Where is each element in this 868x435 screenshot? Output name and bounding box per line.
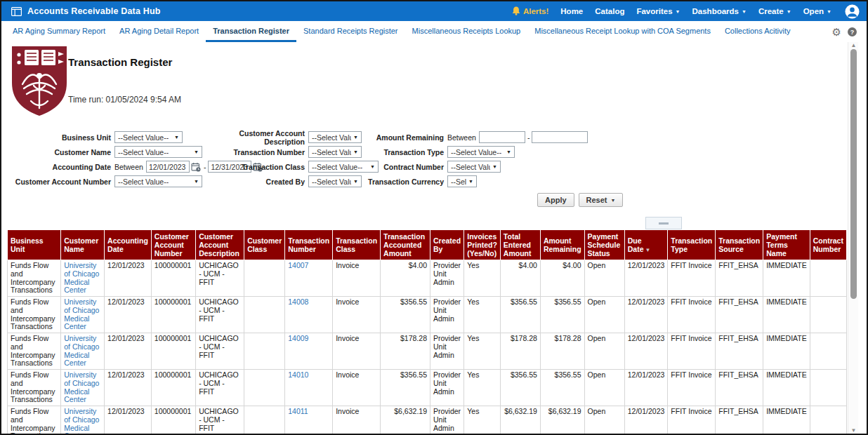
column-drag-handle[interactable]: [645, 217, 682, 229]
alerts-link[interactable]: Alerts!: [512, 6, 548, 17]
cell-transaction-type: FFIT Invoice: [668, 333, 716, 370]
tab-miscellaneous-receipts-lookup[interactable]: Miscellaneous Receipts Lookup: [405, 21, 528, 42]
transaction-number-link[interactable]: 14007: [288, 261, 308, 269]
column-header-transaction-class[interactable]: Transaction Class: [333, 230, 381, 260]
column-header-label: Transaction Source: [718, 236, 760, 253]
nav-create[interactable]: Create▼: [758, 7, 791, 15]
cell-transaction-source: FFIT_EHSA: [716, 406, 763, 435]
business-unit-label: Business Unit: [7, 133, 111, 142]
cell-invoices-printed: Yes: [464, 370, 501, 406]
tab-collections-activity[interactable]: Collections Acitivity: [718, 21, 798, 42]
chevron-down-icon: ▼: [353, 149, 358, 154]
chevron-down-icon: ▼: [492, 164, 497, 169]
reset-button[interactable]: Reset ▼: [579, 193, 624, 207]
tab-transaction-register[interactable]: Transaction Register: [206, 21, 296, 42]
university-of-chicago-crest-logo: [10, 45, 69, 121]
customer-account-description-label: Customer Account Description: [213, 129, 305, 146]
tab-ar-aging-summary-report[interactable]: AR Aging Summary Report: [6, 21, 112, 42]
caret-down-icon: ▼: [787, 9, 791, 14]
cell-transaction-number: 14007: [285, 260, 333, 297]
scroll-up-arrow-icon[interactable]: ▲: [848, 42, 859, 48]
reset-label: Reset: [586, 196, 607, 204]
select-value: --Select Value--: [451, 163, 490, 171]
cell-created-by: Provider Unit Admin: [430, 333, 463, 370]
tab-ar-aging-detail-report[interactable]: AR Aging Detail Report: [112, 21, 206, 42]
scroll-down-arrow-icon[interactable]: ▼: [848, 427, 859, 434]
customer-account-description-select[interactable]: --Select Value-- ▼: [308, 131, 362, 143]
column-header-label: Transaction Type: [671, 236, 712, 253]
transaction-number-link[interactable]: 14011: [288, 407, 308, 415]
customer-name-select[interactable]: --Select Value-- ▼: [114, 146, 202, 158]
vertical-scrollbar[interactable]: ▲ ▼: [848, 42, 858, 434]
cell-transaction-source: FFIT_EHSA: [716, 333, 763, 370]
nav-open[interactable]: Open▼: [803, 7, 831, 15]
amount-remaining-to-input[interactable]: [532, 131, 588, 143]
tab-miscellaneous-receipt-lookup-coa[interactable]: Miscellaneous Receipt Lookup with COA Se…: [527, 21, 718, 42]
column-header-business-unit[interactable]: Business Unit: [8, 230, 61, 260]
cell-business-unit: Funds Flow and Intercompany Transactions: [8, 370, 61, 406]
cell-transaction-type: FFIT Invoice: [668, 370, 716, 406]
column-header-accounting-date[interactable]: Accounting Date: [105, 230, 152, 260]
column-header-payment-schedule-status[interactable]: Payment Schedule Status: [584, 230, 624, 260]
column-header-transaction-accounted-amount[interactable]: Transaction Accounted Amount: [381, 230, 430, 260]
column-header-customer-account-number[interactable]: Customer Account Number: [151, 230, 195, 260]
column-header-created-by[interactable]: Created By: [430, 230, 463, 260]
customer-account-number-label: Customer Account Number: [7, 178, 111, 186]
nav-favorites[interactable]: Favorites▼: [636, 7, 680, 15]
apply-button[interactable]: Apply: [537, 193, 574, 207]
transaction-number-select[interactable]: --Select Value-- ▼: [308, 146, 362, 158]
cell-customer-class: [244, 333, 285, 370]
calendar-icon[interactable]: [191, 162, 201, 172]
business-unit-select[interactable]: --Select Value-- ▼: [114, 131, 183, 143]
tab-standard-receipts-register[interactable]: Standard Receipts Register: [296, 21, 405, 42]
column-header-customer-class[interactable]: Customer Class: [244, 230, 285, 260]
column-header-transaction-number[interactable]: Transaction Number: [285, 230, 333, 260]
help-icon[interactable]: ?: [848, 27, 857, 36]
cell-total-entered-amount: $4.00: [500, 260, 540, 297]
scrollbar-thumb[interactable]: [850, 49, 857, 299]
accounting-date-from-input[interactable]: [146, 161, 190, 173]
customer-name-link[interactable]: University of Chicago Medical Center: [64, 370, 99, 403]
column-header-due-date[interactable]: Due Date▼: [624, 230, 668, 260]
gear-icon[interactable]: ⚙: [832, 27, 841, 36]
cell-payment-schedule-status: Open: [584, 406, 624, 435]
transaction-number-link[interactable]: 14009: [288, 334, 308, 342]
customer-name-link[interactable]: University of Chicago Medical Center: [64, 297, 99, 330]
column-header-invoices-printed[interactable]: Invoices Printed? (Yes/No): [464, 230, 501, 260]
cell-customer-account-description: UCHICAGO - UCM - FFIT: [196, 297, 244, 333]
table-row: Funds Flow and Intercompany Transactions…: [8, 260, 847, 297]
contract-number-select[interactable]: --Select Value-- ▼: [447, 161, 501, 173]
cell-payment-terms-name: IMMEDIATE: [763, 333, 810, 370]
customer-name-link[interactable]: University of Chicago Medical Center: [64, 334, 99, 367]
cell-transaction-accounted-amount: $4.00: [381, 260, 430, 297]
column-header-contract-number[interactable]: Contract Number: [810, 230, 846, 260]
transaction-currency-select[interactable]: --Select Value-- ▼: [447, 175, 477, 187]
nav-home[interactable]: Home: [560, 7, 583, 15]
column-header-payment-terms-name[interactable]: Payment Terms Name: [763, 230, 810, 260]
customer-name-link[interactable]: University of Chicago Medical Center: [64, 407, 99, 435]
column-header-customer-name[interactable]: Customer Name: [61, 230, 105, 260]
nav-dashboards[interactable]: Dashboards▼: [692, 7, 747, 15]
cell-due-date: 12/01/2023: [624, 297, 668, 333]
column-header-customer-account-description[interactable]: Customer Account Description: [196, 230, 244, 260]
transaction-number-link[interactable]: 14010: [288, 370, 308, 379]
transaction-currency-label: Transaction Currency: [361, 178, 444, 186]
transaction-type-select[interactable]: --Select Value-- ▼: [447, 146, 515, 158]
column-header-transaction-type[interactable]: Transaction Type: [668, 230, 716, 260]
nav-catalog[interactable]: Catalog: [595, 7, 624, 15]
cell-amount-remaining: $356.55: [540, 370, 584, 406]
transaction-number-link[interactable]: 14008: [288, 297, 308, 306]
user-avatar-icon[interactable]: [845, 4, 860, 19]
cell-payment-schedule-status: Open: [584, 333, 624, 370]
column-header-transaction-source[interactable]: Transaction Source: [716, 230, 763, 260]
column-header-label: Invoices Printed? (Yes/No): [467, 232, 497, 257]
amount-remaining-from-input[interactable]: [479, 131, 525, 143]
sort-descending-icon[interactable]: ▼: [645, 247, 651, 253]
transaction-class-label: Transaction Class: [213, 163, 305, 171]
created-by-select[interactable]: --Select Value-- ▼: [308, 175, 362, 187]
cell-total-entered-amount: $356.55: [500, 297, 540, 333]
column-header-total-entered-amount[interactable]: Total Entered Amount: [500, 230, 540, 260]
customer-name-link[interactable]: University of Chicago Medical Center: [64, 261, 99, 294]
column-header-amount-remaining[interactable]: Amount Remaining: [540, 230, 584, 260]
customer-account-number-select[interactable]: --Select Value-- ▼: [114, 175, 202, 187]
